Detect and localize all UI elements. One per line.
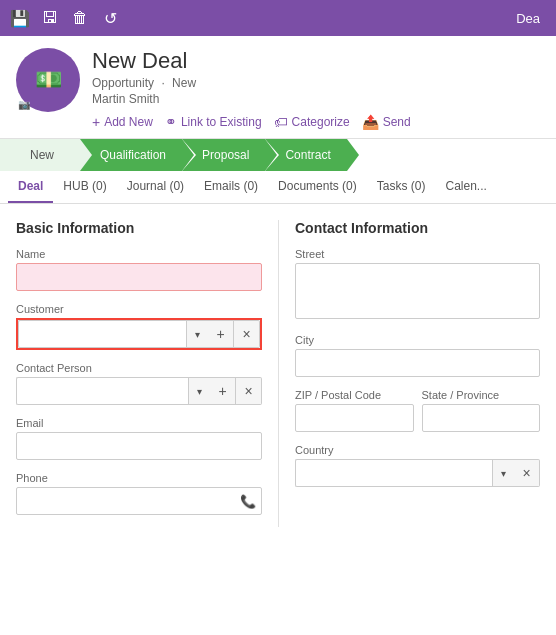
country-field-group: Country ▾ × bbox=[295, 444, 540, 487]
country-input[interactable] bbox=[295, 459, 492, 487]
categorize-button[interactable]: 🏷 Categorize bbox=[274, 114, 350, 130]
street-input[interactable] bbox=[295, 263, 540, 319]
pipeline-qualification-label: Qualification bbox=[100, 148, 166, 162]
state-input[interactable] bbox=[422, 404, 541, 432]
content: Basic Information Name Customer ▾ + × Co… bbox=[0, 204, 556, 543]
contact-person-field-group: Contact Person ▾ + × bbox=[16, 362, 262, 405]
contact-person-clear-button[interactable]: × bbox=[236, 377, 262, 405]
header-actions: + Add New ⚭ Link to Existing 🏷 Categoriz… bbox=[92, 108, 540, 138]
pipeline-step-qualification[interactable]: Qualification bbox=[80, 139, 182, 171]
state-label: State / Province bbox=[422, 389, 541, 401]
customer-chevron[interactable]: ▾ bbox=[186, 320, 208, 348]
pipeline-proposal-label: Proposal bbox=[202, 148, 249, 162]
city-label: City bbox=[295, 334, 540, 346]
phone-label: Phone bbox=[16, 472, 262, 484]
tab-emails[interactable]: Emails (0) bbox=[194, 171, 268, 203]
zip-subgroup: ZIP / Postal Code bbox=[295, 389, 414, 432]
save-icon[interactable]: 💾 bbox=[8, 6, 32, 30]
country-label: Country bbox=[295, 444, 540, 456]
contact-info-title: Contact Information bbox=[295, 220, 540, 236]
pipeline-contract-label: Contract bbox=[285, 148, 330, 162]
phone-input[interactable] bbox=[16, 487, 262, 515]
customer-label: Customer bbox=[16, 303, 262, 315]
contact-person-label: Contact Person bbox=[16, 362, 262, 374]
send-label: Send bbox=[383, 115, 411, 129]
contact-information-section: Contact Information Street City ZIP / Po… bbox=[278, 220, 540, 527]
plus-icon: + bbox=[92, 114, 100, 130]
customer-clear-button[interactable]: × bbox=[234, 320, 260, 348]
avatar: 📷 💵 bbox=[16, 48, 80, 112]
street-label: Street bbox=[295, 248, 540, 260]
basic-info-title: Basic Information bbox=[16, 220, 262, 236]
customer-field-group: Customer ▾ + × bbox=[16, 303, 262, 350]
header: 📷 💵 New Deal Opportunity · New Martin Sm… bbox=[0, 36, 556, 139]
subtitle-opportunity: Opportunity bbox=[92, 76, 154, 90]
tab-journal[interactable]: Journal (0) bbox=[117, 171, 194, 203]
tabs: Deal HUB (0) Journal (0) Emails (0) Docu… bbox=[0, 171, 556, 204]
tab-calendar[interactable]: Calen... bbox=[435, 171, 496, 203]
tag-icon: 🏷 bbox=[274, 114, 288, 130]
zip-state-field-group: ZIP / Postal Code State / Province bbox=[295, 389, 540, 432]
tab-deal[interactable]: Deal bbox=[8, 171, 53, 203]
customer-row: ▾ + × bbox=[16, 318, 262, 350]
categorize-label: Categorize bbox=[292, 115, 350, 129]
add-new-button[interactable]: + Add New bbox=[92, 114, 153, 130]
zip-label: ZIP / Postal Code bbox=[295, 389, 414, 401]
link-existing-label: Link to Existing bbox=[181, 115, 262, 129]
link-icon: ⚭ bbox=[165, 114, 177, 130]
add-new-label: Add New bbox=[104, 115, 153, 129]
name-label: Name bbox=[16, 248, 262, 260]
refresh-icon[interactable]: ↺ bbox=[98, 6, 122, 30]
customer-add-button[interactable]: + bbox=[208, 320, 234, 348]
pipeline-new-label: New bbox=[30, 148, 54, 162]
name-field-group: Name bbox=[16, 248, 262, 291]
tab-hub[interactable]: HUB (0) bbox=[53, 171, 116, 203]
state-subgroup: State / Province bbox=[422, 389, 541, 432]
contact-person-add-button[interactable]: + bbox=[210, 377, 236, 405]
zip-input[interactable] bbox=[295, 404, 414, 432]
send-icon: 📤 bbox=[362, 114, 379, 130]
city-field-group: City bbox=[295, 334, 540, 377]
country-chevron[interactable]: ▾ bbox=[492, 459, 514, 487]
contact-person-input[interactable] bbox=[16, 377, 188, 405]
email-field-group: Email bbox=[16, 417, 262, 460]
page-title: New Deal bbox=[92, 48, 540, 74]
tab-tasks[interactable]: Tasks (0) bbox=[367, 171, 436, 203]
camera-icon: 📷 bbox=[18, 99, 30, 110]
header-name: Martin Smith bbox=[92, 92, 540, 106]
tab-documents[interactable]: Documents (0) bbox=[268, 171, 367, 203]
subtitle-dot: · bbox=[161, 76, 164, 90]
link-existing-button[interactable]: ⚭ Link to Existing bbox=[165, 114, 262, 130]
contact-person-row: ▾ + × bbox=[16, 377, 262, 405]
header-subtitle: Opportunity · New bbox=[92, 76, 540, 90]
city-input[interactable] bbox=[295, 349, 540, 377]
contact-person-chevron[interactable]: ▾ bbox=[188, 377, 210, 405]
country-row: ▾ × bbox=[295, 459, 540, 487]
toolbar-title: Dea bbox=[516, 11, 548, 26]
send-button[interactable]: 📤 Send bbox=[362, 114, 411, 130]
phone-input-wrap: 📞 bbox=[16, 487, 262, 515]
street-field-group: Street bbox=[295, 248, 540, 322]
delete-icon[interactable]: 🗑 bbox=[68, 6, 92, 30]
subtitle-status: New bbox=[172, 76, 196, 90]
customer-input[interactable] bbox=[18, 320, 186, 348]
email-input[interactable] bbox=[16, 432, 262, 460]
deal-icon: 💵 bbox=[35, 67, 62, 93]
name-input[interactable] bbox=[16, 263, 262, 291]
basic-information-section: Basic Information Name Customer ▾ + × Co… bbox=[16, 220, 278, 527]
toolbar: 💾 🖫 🗑 ↺ Dea bbox=[0, 0, 556, 36]
save-close-icon[interactable]: 🖫 bbox=[38, 6, 62, 30]
country-clear-button[interactable]: × bbox=[514, 459, 540, 487]
phone-icon: 📞 bbox=[240, 494, 256, 509]
pipeline-step-new[interactable]: New bbox=[0, 139, 80, 171]
header-info: New Deal Opportunity · New Martin Smith … bbox=[92, 48, 540, 138]
email-label: Email bbox=[16, 417, 262, 429]
pipeline: New Qualification Proposal Contract bbox=[0, 139, 556, 171]
phone-field-group: Phone 📞 bbox=[16, 472, 262, 515]
